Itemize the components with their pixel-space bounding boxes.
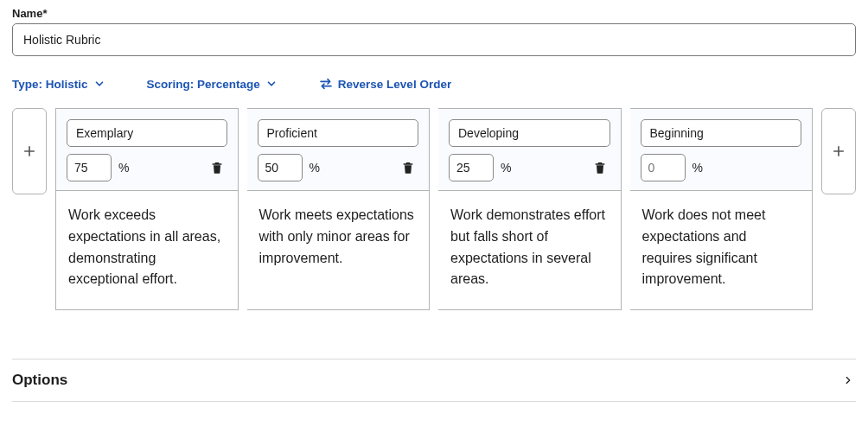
reverse-level-order-button[interactable]: Reverse Level Order: [319, 77, 451, 91]
level-score-row: %: [67, 154, 227, 181]
level-name-input[interactable]: [449, 119, 610, 147]
delete-level-button[interactable]: [207, 157, 227, 178]
level-description[interactable]: Work meets expectations with only minor …: [247, 191, 431, 310]
type-dropdown[interactable]: Type: Holistic: [12, 78, 105, 91]
score-unit: %: [501, 161, 511, 175]
trash-icon: [401, 161, 415, 175]
level-column: % Work does not meet expectations and re…: [630, 108, 814, 310]
delete-level-button[interactable]: [590, 157, 610, 178]
score-unit: %: [692, 161, 703, 175]
type-dropdown-label: Type: Holistic: [12, 78, 88, 91]
scoring-dropdown[interactable]: Scoring: Percentage: [147, 78, 278, 91]
level-score-row: %: [449, 154, 610, 181]
level-score-input[interactable]: [258, 154, 303, 181]
level-score-input[interactable]: [449, 154, 494, 181]
plus-icon: [831, 143, 846, 159]
trash-icon: [210, 161, 224, 175]
level-name-input[interactable]: [641, 119, 802, 147]
level-column: % Work exceeds expectations in all areas…: [55, 108, 239, 310]
level-header: %: [55, 108, 239, 191]
chevron-down-icon: [93, 78, 105, 90]
options-accordion[interactable]: Options: [12, 359, 856, 402]
level-description[interactable]: Work does not meet expectations and requ…: [630, 191, 814, 310]
level-header: %: [438, 108, 622, 191]
trash-icon: [593, 161, 607, 175]
name-input[interactable]: [12, 23, 856, 56]
reverse-level-order-label: Reverse Level Order: [338, 78, 451, 91]
level-header: %: [247, 108, 431, 191]
level-header: %: [630, 108, 814, 191]
plus-icon: [22, 143, 37, 159]
level-column: % Work meets expectations with only mino…: [247, 108, 431, 310]
swap-arrows-icon: [319, 77, 333, 91]
chevron-right-icon: [842, 374, 854, 386]
level-score-input[interactable]: [641, 154, 686, 181]
level-description[interactable]: Work exceeds expectations in all areas, …: [55, 191, 239, 310]
level-score-input[interactable]: [67, 154, 112, 181]
level-column: % Work demonstrates effort but falls sho…: [438, 108, 622, 310]
options-title: Options: [12, 372, 67, 389]
level-score-row: %: [258, 154, 419, 181]
level-name-input[interactable]: [258, 119, 419, 147]
add-level-left-button[interactable]: [12, 108, 47, 194]
score-unit: %: [310, 161, 320, 175]
level-name-input[interactable]: [67, 119, 227, 147]
level-score-row: %: [641, 154, 802, 181]
chevron-down-icon: [265, 78, 278, 90]
level-description[interactable]: Work demonstrates effort but falls short…: [438, 191, 622, 310]
scoring-dropdown-label: Scoring: Percentage: [147, 78, 260, 91]
score-unit: %: [118, 161, 129, 175]
delete-level-button[interactable]: [398, 157, 418, 178]
name-label: Name*: [12, 7, 856, 20]
add-level-right-button[interactable]: [821, 108, 856, 194]
